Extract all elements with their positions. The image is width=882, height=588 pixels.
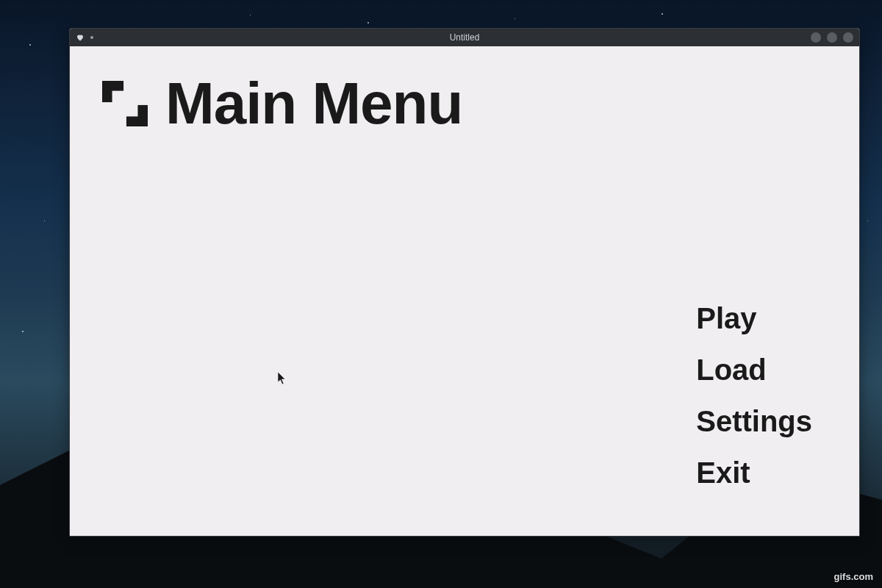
page-title: Main Menu: [165, 74, 462, 133]
watermark: gifs.com: [834, 571, 873, 582]
heart-icon: [76, 33, 85, 42]
minimize-button[interactable]: [811, 32, 821, 43]
close-button[interactable]: [843, 32, 853, 43]
menu-item-load[interactable]: Load: [696, 352, 767, 387]
maximize-button[interactable]: [827, 32, 837, 43]
menu-item-settings[interactable]: Settings: [696, 404, 812, 439]
logo-icon: [102, 81, 148, 126]
menu-item-play[interactable]: Play: [696, 301, 756, 336]
window-content: Main Menu Play Load Settings Exit: [70, 46, 859, 536]
svg-rect-3: [137, 105, 148, 126]
titlebar[interactable]: Untitled: [70, 29, 859, 46]
menu-item-exit[interactable]: Exit: [696, 455, 750, 490]
menu-indicator-icon: [90, 36, 93, 39]
window-title: Untitled: [450, 32, 480, 43]
svg-rect-1: [102, 81, 112, 102]
header: Main Menu: [102, 74, 462, 133]
application-window: Untitled Main Menu Play Load Settings: [69, 28, 860, 537]
main-menu: Play Load Settings Exit: [696, 301, 812, 490]
